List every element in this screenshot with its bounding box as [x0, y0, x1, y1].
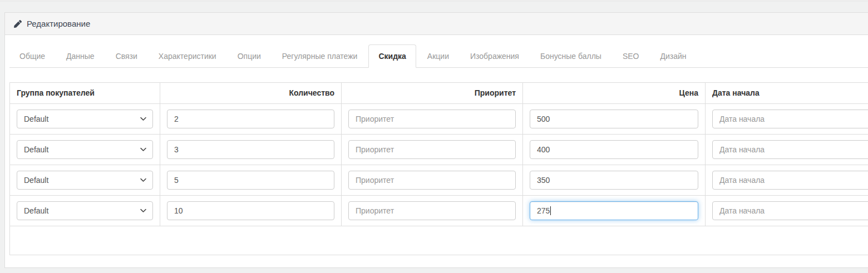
customer-group-select-wrap: Default: [17, 140, 153, 159]
quantity-input[interactable]: [167, 140, 334, 159]
header-price: Цена: [523, 83, 706, 104]
price-input-focused[interactable]: 275: [530, 201, 698, 220]
price-input[interactable]: [530, 171, 698, 190]
tab-design[interactable]: Дизайн: [650, 44, 696, 68]
date-start-input[interactable]: [712, 201, 868, 220]
page-top-edge: [0, 0, 868, 1]
price-input[interactable]: [530, 110, 698, 128]
tab-reward-points[interactable]: Бонусные баллы: [530, 44, 611, 68]
priority-input[interactable]: [348, 140, 516, 159]
tab-special[interactable]: Акции: [417, 44, 459, 68]
price-input[interactable]: [530, 140, 698, 159]
header-quantity: Количество: [160, 83, 342, 104]
header-priority: Приоритет: [342, 83, 523, 104]
discount-row-2: Default: [10, 135, 868, 165]
customer-group-select-wrap: Default: [17, 201, 153, 220]
discount-table: Группа покупателей Количество Приоритет …: [9, 82, 868, 255]
footer-empty-cell: [10, 226, 868, 255]
customer-group-select[interactable]: Default: [17, 140, 153, 159]
price-value: 275: [537, 205, 550, 216]
priority-input[interactable]: [348, 110, 516, 128]
tab-discount[interactable]: Скидка: [368, 44, 416, 68]
date-start-input[interactable]: [712, 110, 868, 128]
tab-attributes[interactable]: Характеристики: [149, 44, 226, 68]
quantity-input[interactable]: [167, 201, 334, 220]
tab-data[interactable]: Данные: [56, 44, 105, 68]
customer-group-select[interactable]: Default: [17, 110, 153, 128]
date-start-input[interactable]: [712, 140, 868, 159]
tab-images[interactable]: Изображения: [460, 44, 529, 68]
panel-title: Редактирование: [27, 19, 90, 28]
header-customer-group: Группа покупателей: [10, 83, 160, 104]
tab-links[interactable]: Связи: [106, 44, 147, 68]
panel-body: Общие Данные Связи Характеристики Опции …: [5, 35, 868, 255]
tab-options[interactable]: Опции: [228, 44, 271, 68]
tab-recurring[interactable]: Регулярные платежи: [272, 44, 368, 68]
discount-table-header-row: Группа покупателей Количество Приоритет …: [10, 83, 868, 104]
customer-group-select-wrap: Default: [17, 171, 153, 190]
priority-input[interactable]: [348, 171, 516, 190]
priority-input[interactable]: [348, 201, 516, 220]
discount-row-4: Default 275: [10, 196, 868, 226]
customer-group-select-wrap: Default: [17, 110, 153, 128]
edit-panel: Редактирование Общие Данные Связи Характ…: [4, 12, 868, 268]
header-date-start: Дата начала: [706, 83, 868, 104]
quantity-input[interactable]: [167, 110, 334, 128]
discount-row-3: Default: [10, 165, 868, 196]
quantity-input[interactable]: [167, 171, 334, 190]
tab-seo[interactable]: SEO: [613, 44, 649, 68]
panel-heading: Редактирование: [5, 13, 868, 35]
discount-row-1: Default: [10, 104, 868, 135]
customer-group-select[interactable]: Default: [17, 201, 153, 220]
tab-general[interactable]: Общие: [9, 44, 55, 68]
customer-group-select[interactable]: Default: [17, 171, 153, 190]
date-start-input[interactable]: [712, 171, 868, 190]
tab-bar: Общие Данные Связи Характеристики Опции …: [9, 44, 868, 68]
discount-table-footer-row: [10, 226, 868, 255]
text-cursor: [550, 206, 551, 215]
pencil-icon: [14, 20, 22, 28]
